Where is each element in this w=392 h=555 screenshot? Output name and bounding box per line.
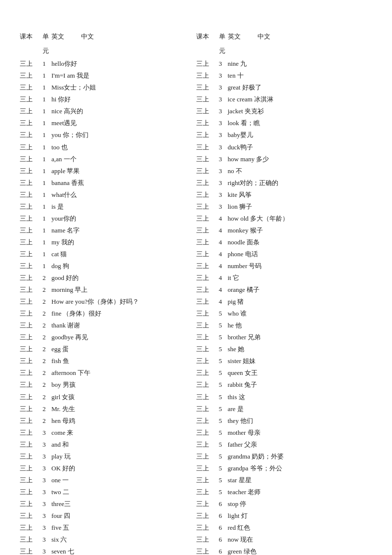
left-table-row: 三上 2 afternoon 下午 [20, 367, 196, 379]
cell-unit: 3 [219, 189, 228, 201]
cell-book: 三上 [20, 141, 34, 153]
cell-book: 三上 [20, 510, 34, 522]
cell-word: duck鸭子 [228, 141, 337, 153]
cell-word: kite 风筝 [228, 189, 337, 201]
left-table-row: 三上 3 and 和 [20, 439, 196, 451]
left-table-row: 三上 1 nice 高兴的 [20, 105, 196, 117]
left-table-row: 三上 3 play 玩 [20, 451, 196, 462]
cell-word: girl 女孩 [51, 391, 160, 403]
cell-book: 三上 [196, 165, 210, 177]
right-table-row: 三上 3 great 好极了 [196, 82, 373, 93]
left-table-row: 三上 3 OK 好的 [20, 462, 196, 474]
left-table-row: 三上 2 goodbye 再见 [20, 331, 196, 343]
cell-book: 三上 [20, 58, 34, 70]
cell-word: fish 鱼 [51, 355, 160, 367]
left-table-row: 三上 2 girl 女孩 [20, 391, 196, 403]
cell-word: jacket 夹克衫 [228, 105, 337, 117]
cell-book: 三上 [196, 70, 210, 82]
right-table-row: 三上 5 are 是 [196, 403, 373, 415]
cell-unit: 1 [43, 165, 51, 177]
left-table-row: 三上 1 cat 猫 [20, 248, 196, 260]
cell-unit: 3 [43, 498, 51, 510]
cell-unit: 3 [43, 451, 51, 462]
cell-book: 三上 [20, 403, 34, 415]
left-table-row: 三上 2 thank 谢谢 [20, 320, 196, 331]
cell-word: nice 高兴的 [51, 105, 160, 117]
left-table-row: 三上 2 fish 鱼 [20, 355, 196, 367]
cell-unit: 4 [219, 236, 228, 248]
cell-word: red 红色 [228, 522, 337, 534]
cell-book: 三上 [20, 379, 34, 391]
cell-book: 三上 [196, 451, 210, 462]
left-table-row: 三上 3 six 六 [20, 534, 196, 546]
cell-word: ten 十 [228, 70, 337, 82]
cell-book: 三上 [196, 343, 210, 355]
right-table-row: 三上 5 mother 母亲 [196, 427, 373, 439]
cell-book: 三上 [196, 177, 210, 189]
cell-word: I'm=I am 我是 [51, 70, 160, 82]
left-table-row: 三上 1 I'm=I am 我是 [20, 70, 196, 82]
cell-unit: 3 [43, 522, 51, 534]
cell-book: 三上 [20, 320, 34, 331]
cell-unit: 3 [219, 153, 228, 165]
cell-book: 三上 [20, 355, 34, 367]
right-header-en: 英文 [228, 30, 258, 44]
left-header: 课本 单元 英文 中文 [20, 30, 196, 58]
cell-unit: 2 [43, 272, 51, 284]
cell-unit: 1 [43, 117, 51, 129]
cell-word: your你的 [51, 213, 160, 225]
cell-book: 三上 [196, 105, 210, 117]
cell-unit: 5 [219, 331, 228, 343]
cell-book: 三上 [20, 93, 34, 105]
cell-word: one 一 [51, 474, 160, 486]
right-table-row: 三上 5 teacher 老师 [196, 486, 373, 498]
right-table-row: 三上 5 he 他 [196, 320, 373, 331]
cell-book: 三上 [196, 415, 210, 427]
cell-book: 三上 [196, 260, 210, 272]
cell-book: 三上 [20, 427, 34, 439]
cell-word: lion 狮子 [228, 201, 337, 213]
cell-unit: 3 [219, 177, 228, 189]
cell-book: 三上 [20, 248, 34, 260]
cell-word: too 也 [51, 141, 160, 153]
left-table-row: 三上 1 your你的 [20, 213, 196, 225]
right-table-row: 三上 4 it 它 [196, 272, 373, 284]
cell-book: 三上 [20, 308, 34, 320]
cell-unit: 5 [219, 320, 228, 331]
cell-unit: 6 [219, 534, 228, 546]
cell-word: queen 女王 [228, 367, 337, 379]
cell-unit: 4 [219, 248, 228, 260]
left-table-row: 三上 1 apple 苹果 [20, 165, 196, 177]
cell-word: monkey 猴子 [228, 225, 337, 236]
cell-book: 三上 [196, 296, 210, 308]
cell-word: cat 猫 [51, 248, 160, 260]
right-header-book: 课本 [196, 30, 210, 44]
cell-word: boy 男孩 [51, 379, 160, 391]
cell-word: what什么 [51, 189, 160, 201]
cell-word: stop 停 [228, 498, 337, 510]
right-table-row: 三上 5 father 父亲 [196, 439, 373, 451]
cell-word: no 不 [228, 165, 337, 177]
cell-unit: 6 [219, 522, 228, 534]
right-table-row: 三上 3 jacket 夹克衫 [196, 105, 373, 117]
cell-unit: 6 [219, 498, 228, 510]
left-table-row: 三上 2 hen 母鸡 [20, 415, 196, 427]
left-header-en: 英文 [51, 30, 81, 44]
left-table-row: 三上 2 morning 早上 [20, 284, 196, 296]
cell-word: teacher 老师 [228, 486, 337, 498]
left-table-row: 三上 2 How are you?你（身体）好吗？ [20, 296, 196, 308]
cell-word: great 好极了 [228, 82, 337, 93]
cell-unit: 3 [219, 141, 228, 153]
cell-unit: 1 [43, 189, 51, 201]
cell-word: hi 你好 [51, 93, 160, 105]
cell-book: 三上 [196, 534, 210, 546]
cell-book: 三上 [20, 439, 34, 451]
cell-book: 三上 [196, 82, 210, 93]
cell-book: 三上 [20, 522, 34, 534]
cell-word: you 你；你们 [51, 129, 160, 141]
left-table-row: 三上 3 three三 [20, 498, 196, 510]
right-header-unit: 单元 [219, 30, 228, 58]
left-table-row: 三上 3 seven 七 [20, 546, 196, 555]
cell-book: 三上 [196, 498, 210, 510]
right-table-row: 三上 6 red 红色 [196, 522, 373, 534]
